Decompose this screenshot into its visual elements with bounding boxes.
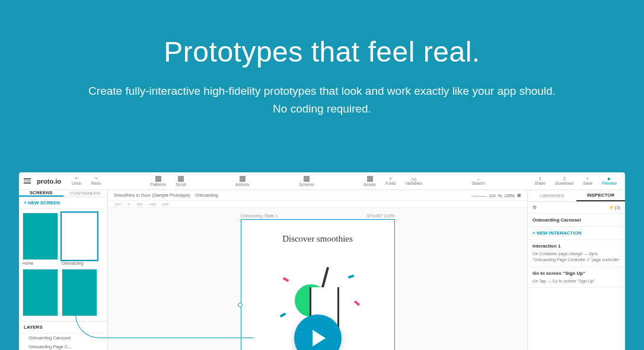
props-icon[interactable]: ⚙	[533, 205, 537, 210]
artboard-title: Discover smoothies	[241, 220, 394, 249]
undo-icon: ↶	[75, 176, 78, 181]
new-screen-button[interactable]: + NEW SCREEN	[19, 197, 107, 209]
new-interaction-button[interactable]: + NEW INTERACTION	[528, 227, 625, 240]
addons-button[interactable]: Addons	[232, 175, 253, 188]
fonts-icon: T	[390, 177, 392, 181]
layer-row[interactable]: Onboarding Page C...	[19, 342, 107, 350]
zoom-controls[interactable]: —○—— 116% 100% ▦	[471, 190, 521, 201]
assets-button[interactable]: Assets	[360, 175, 380, 188]
grid-icon[interactable]: ▦	[517, 193, 521, 198]
interaction-item[interactable]: Go to screen "Sign Up" On Tap — Go to sc…	[528, 267, 625, 288]
undo-button[interactable]: ↶Undo	[68, 175, 85, 187]
redo-button[interactable]: ↷Redo	[88, 175, 105, 187]
hero-subtitle-2: No coding required.	[0, 100, 644, 118]
canvas[interactable]: Smoothies to Door (Sample Prototype) Onb…	[108, 190, 527, 350]
top-toolbar: proto.io ↶Undo ↷Redo Patterns Scroll Add…	[19, 172, 625, 190]
menu-icon[interactable]	[24, 178, 31, 184]
save-button[interactable]: ✓Save	[579, 175, 596, 187]
patterns-button[interactable]: Patterns	[147, 175, 170, 188]
artboard-state-label: Onboarding: State 1	[241, 214, 278, 218]
search-icon: ⌕	[477, 177, 480, 181]
preview-icon: ▶	[608, 176, 611, 181]
screen-thumb[interactable]	[23, 269, 58, 317]
artboard-dims: 375×667 110%	[366, 214, 394, 218]
interactions-count: (3)	[614, 205, 620, 210]
preview-button[interactable]: ▶Preview	[598, 175, 620, 187]
scroll-button[interactable]: Scroll	[172, 175, 190, 188]
link-node[interactable]	[238, 303, 243, 307]
scroll-icon	[178, 176, 184, 182]
redo-icon: ↷	[94, 176, 98, 181]
variables-icon: (x)	[412, 177, 416, 181]
screen-thumb[interactable]: Onboarding	[62, 213, 97, 265]
assets-icon	[367, 176, 373, 182]
bolt-icon: ⚡	[608, 205, 614, 210]
interaction-item[interactable]: Interaction 1 On Container page change —…	[528, 240, 625, 267]
hero-subtitle-1: Create fully-interactive high-fidelity p…	[0, 82, 644, 100]
breadcrumb-screen[interactable]: Onboarding	[195, 192, 218, 198]
right-panel: LIBRARIES INSPECTOR ⚙ ⚡(3) Onboarding Ca…	[527, 190, 625, 350]
interaction-link	[75, 303, 253, 338]
tab-containers[interactable]: CONTAINERS	[63, 190, 108, 197]
screen-thumb[interactable]: Home	[23, 213, 58, 265]
screens-button[interactable]: Screens	[295, 175, 318, 188]
ruler: -200 · · · 0 · · · 200 · · · 400 · · · 6…	[108, 201, 527, 208]
patterns-icon	[155, 176, 161, 182]
hero-title: Prototypes that feel real.	[0, 36, 644, 68]
download-button[interactable]: ↧Download	[551, 175, 577, 187]
variables-button[interactable]: (x)Variables	[402, 176, 426, 187]
share-icon: ↥	[538, 176, 542, 181]
tab-screens[interactable]: SCREENS	[19, 190, 63, 197]
screens-icon	[304, 176, 310, 182]
tab-inspector[interactable]: INSPECTOR	[576, 190, 625, 201]
editor-window: proto.io ↶Undo ↷Redo Patterns Scroll Add…	[19, 172, 625, 350]
download-icon: ↧	[563, 176, 566, 181]
share-button[interactable]: ↥Share	[531, 175, 549, 187]
save-icon: ✓	[586, 176, 589, 181]
selected-element: Onboarding Carousel	[528, 214, 625, 227]
search-button[interactable]: ⌕Search	[468, 176, 489, 187]
breadcrumb-project[interactable]: Smoothies to Door (Sample Prototype)	[114, 192, 190, 198]
addons-icon	[240, 176, 246, 182]
fonts-button[interactable]: TFonts	[382, 176, 400, 187]
brand-logo: proto.io	[37, 178, 61, 185]
breadcrumb: Smoothies to Door (Sample Prototype) Onb…	[108, 190, 527, 201]
tab-libraries[interactable]: LIBRARIES	[528, 190, 576, 201]
